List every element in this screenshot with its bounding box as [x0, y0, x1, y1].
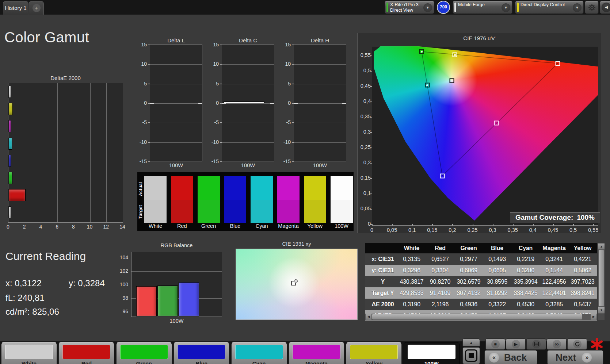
primary-marker-yellow [453, 53, 457, 57]
pattern-button-magenta[interactable]: Magenta [289, 342, 344, 364]
swatch-green [198, 176, 220, 223]
source-dropdown[interactable]: Mobile Forge ▼ [453, 1, 512, 14]
target-row-label: Target [138, 200, 144, 224]
display-label: Direct Display Control [521, 2, 565, 8]
gamut-coverage-value: 100% [577, 214, 595, 222]
refresh-button[interactable] [567, 338, 587, 350]
column-header-blue: Blue [483, 245, 511, 252]
settings-button[interactable] [585, 1, 599, 14]
cell-value: 2,1196 [426, 301, 454, 308]
deltae-bar-magenta [8, 120, 11, 132]
chart-plot [150, 45, 202, 161]
x-tick-label: 8 [69, 224, 78, 230]
marker-dot [454, 54, 456, 56]
gridline [131, 271, 222, 272]
row-label: Y [365, 279, 397, 285]
y-tick [220, 64, 222, 65]
pattern-label: Magenta [289, 360, 344, 364]
pattern-button-100w[interactable]: 100W [404, 342, 460, 364]
x-tick-label: 0 [4, 224, 12, 230]
play-button[interactable]: ▶ [506, 338, 526, 350]
scroll-right-button[interactable]: ▶ [591, 314, 596, 320]
scroll-up-button[interactable]: ▲ [598, 244, 605, 249]
collapse-pattern-bar-button[interactable]: ▲ [462, 338, 480, 346]
tab-history-1[interactable]: History 1 [3, 1, 28, 15]
loop-button[interactable]: ∞ [547, 338, 567, 350]
swatch-actual [171, 176, 193, 200]
y-tick [220, 161, 222, 162]
chevron-left-icon: ◀ [602, 3, 610, 12]
scroll-left-button[interactable]: ◀ [366, 314, 371, 320]
cell-value: 0,6527 [426, 256, 454, 263]
source-label: Mobile Forge [458, 2, 485, 8]
step-icon [532, 340, 541, 348]
marker-dot [451, 80, 453, 82]
pattern-button-green[interactable]: Green [116, 342, 172, 364]
cell-value: 307,4132 [454, 290, 483, 296]
collapse-panel-button[interactable]: ◀ [600, 1, 610, 14]
cie1931-plot [236, 249, 358, 320]
cell-value: 0,1544 [540, 267, 568, 274]
back-button[interactable]: « Back [484, 350, 537, 364]
marker-circle [294, 279, 298, 283]
step-mode-button[interactable] [526, 338, 546, 350]
gridline [294, 103, 346, 104]
chart-title: Delta C [222, 37, 274, 43]
source-status-bar [454, 3, 456, 12]
swatch-actual [277, 176, 300, 200]
pattern-chip [235, 345, 283, 359]
pattern-button-blue[interactable]: Blue [174, 342, 229, 364]
y-tick [220, 122, 222, 123]
cell-value: 0,4530 [511, 301, 540, 308]
cell-value: 0,3280 [511, 267, 540, 274]
y-tick [370, 71, 372, 72]
v-scroll-thumb[interactable] [599, 250, 604, 306]
rgb-balance-title: RGB Balance [131, 242, 222, 248]
x-tick [513, 224, 514, 226]
y-tick [292, 142, 294, 143]
swatch-actual [304, 176, 326, 200]
x-tick-label: 12 [102, 224, 110, 230]
stop-button[interactable]: ■ [485, 338, 505, 350]
pattern-button-red[interactable]: Red [58, 342, 114, 364]
swatch-target [331, 200, 353, 223]
x-tick [533, 224, 534, 226]
pattern-button-cyan[interactable]: Cyan [231, 342, 287, 364]
pattern-button-white[interactable]: White [1, 342, 57, 364]
row-label: x: CIE31 [365, 256, 397, 263]
pattern-label: 100W [404, 360, 459, 364]
swatch-label: Cyan [251, 223, 273, 229]
h-scroll-thumb[interactable] [372, 314, 582, 319]
pattern-window-button[interactable] [462, 347, 480, 364]
meter-badge[interactable]: 700 [437, 1, 450, 14]
primary-marker-white [450, 78, 454, 83]
swatch-100w [331, 176, 353, 223]
swatch-label: Red [171, 223, 193, 229]
gridline [222, 64, 274, 65]
page-title: Color Gamut [4, 29, 89, 46]
gridline [150, 84, 202, 84]
cell-value: 429,8533 [397, 290, 426, 296]
x-tick-label: 0,05 [385, 227, 399, 233]
chevron-down-icon: ▼ [502, 3, 510, 12]
primary-marker-magenta [494, 121, 499, 126]
x-tick-label: 4 [36, 224, 45, 230]
display-control-dropdown[interactable]: Direct Display Control ▼ [515, 1, 584, 14]
gridline [150, 64, 202, 65]
next-button[interactable]: Next » [547, 350, 603, 364]
y-tick-label: 0 [278, 100, 291, 106]
row-label: Target Y [365, 290, 397, 296]
add-tab-button[interactable]: + [29, 1, 44, 15]
x-category-label: 100W [150, 162, 202, 168]
gridline [57, 83, 58, 222]
y-tick [370, 86, 372, 87]
gear-icon [588, 4, 596, 11]
y-tick-label: 98 [111, 295, 128, 301]
meter-dropdown[interactable]: X-Rite i1Pro 3Direct View ▼ [385, 1, 434, 14]
cell-value: 338,4425 [511, 290, 540, 296]
stop-icon: ■ [491, 340, 500, 348]
cell-value: 0,2977 [454, 256, 483, 263]
scroll-down-button[interactable]: ▼ [598, 307, 605, 313]
pattern-button-yellow[interactable]: Yellow [346, 342, 402, 364]
swatch-target [171, 200, 193, 223]
